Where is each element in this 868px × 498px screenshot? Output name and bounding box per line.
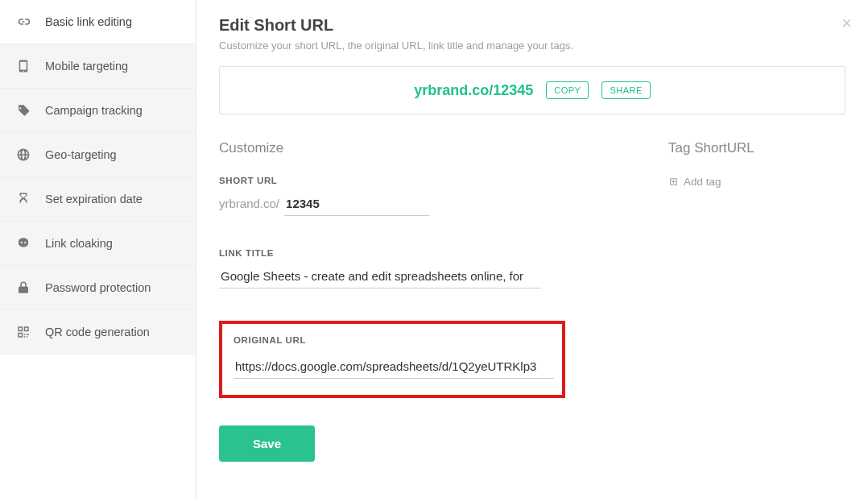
- short-url-label: SHORT URL: [219, 176, 636, 185]
- link-icon: [16, 15, 31, 29]
- share-button[interactable]: SHARE: [601, 81, 650, 99]
- sidebar-item-password-protection[interactable]: Password protection: [0, 266, 196, 310]
- sidebar-item-label: Geo-targeting: [45, 148, 117, 161]
- sidebar-item-label: Mobile targeting: [45, 60, 128, 73]
- close-icon[interactable]: ×: [841, 15, 852, 32]
- sidebar-item-basic-link-editing[interactable]: Basic link editing: [0, 0, 196, 44]
- short-url-display: yrbrand.co/12345: [414, 82, 533, 99]
- sidebar-item-geo-targeting[interactable]: Geo-targeting: [0, 133, 196, 177]
- sidebar-item-link-cloaking[interactable]: Link cloaking: [0, 222, 196, 266]
- link-title-label: LINK TITLE: [219, 248, 636, 258]
- domain-prefix: yrbrand.co/: [219, 197, 279, 210]
- tags-section-title: Tag ShortURL: [668, 140, 845, 156]
- add-tag-label: Add tag: [684, 176, 721, 188]
- add-tag-button[interactable]: Add tag: [668, 176, 721, 188]
- globe-icon: [16, 147, 31, 162]
- sidebar-item-mobile-targeting[interactable]: Mobile targeting: [0, 44, 196, 89]
- qr-icon: [16, 325, 31, 339]
- sidebar-item-label: QR code generation: [45, 326, 150, 338]
- sidebar-item-label: Campaign tracking: [45, 104, 143, 117]
- sidebar-item-campaign-tracking[interactable]: Campaign tracking: [0, 89, 196, 133]
- plus-box-icon: [668, 176, 679, 187]
- sidebar-item-label: Set expiration date: [45, 193, 143, 205]
- original-url-input[interactable]: [234, 356, 554, 379]
- tags-column: Tag ShortURL Add tag: [668, 140, 845, 462]
- short-url-card: yrbrand.co/12345 COPY SHARE: [219, 66, 845, 114]
- sidebar-item-set-expiration-date[interactable]: Set expiration date: [0, 177, 196, 222]
- save-button[interactable]: Save: [219, 425, 315, 462]
- tag-icon: [16, 103, 31, 118]
- short-url-row: yrbrand.co/: [219, 193, 636, 216]
- original-url-label: ORIGINAL URL: [234, 335, 551, 345]
- customize-section-title: Customize: [219, 140, 636, 156]
- sidebar: Basic link editing Mobile targeting Camp…: [0, 0, 196, 498]
- mask-icon: [16, 236, 31, 251]
- customize-column: Customize SHORT URL yrbrand.co/ LINK TIT…: [219, 140, 636, 462]
- slug-input[interactable]: [284, 193, 429, 216]
- sidebar-item-label: Link cloaking: [45, 237, 113, 250]
- link-title-input[interactable]: [219, 266, 541, 288]
- copy-button[interactable]: COPY: [546, 81, 589, 99]
- original-url-highlight: ORIGINAL URL: [219, 321, 565, 398]
- hourglass-icon: [16, 192, 31, 206]
- page-title: Edit Short URL: [219, 16, 845, 35]
- link-title-block: LINK TITLE: [219, 248, 636, 288]
- sidebar-item-label: Basic link editing: [45, 15, 132, 28]
- phone-icon: [16, 59, 31, 73]
- lock-icon: [16, 280, 31, 295]
- sidebar-item-qr-code-generation[interactable]: QR code generation: [0, 310, 196, 355]
- main-panel: × Edit Short URL Customize your short UR…: [196, 0, 868, 498]
- sidebar-item-label: Password protection: [45, 281, 151, 294]
- page-subtitle: Customize your short URL, the original U…: [219, 39, 845, 52]
